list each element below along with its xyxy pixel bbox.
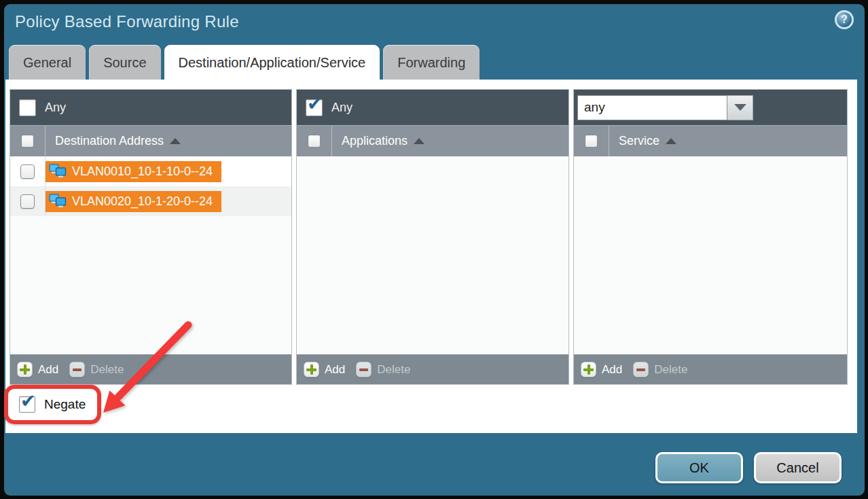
network-address-icon xyxy=(49,164,67,179)
select-all-cell xyxy=(574,126,609,156)
applications-any-label: Any xyxy=(331,101,352,115)
columns-container: ✔ Any Destination Address xyxy=(10,89,848,385)
row-content: VLAN0020_10-1-20-0--24 xyxy=(46,186,291,216)
policy-based-forwarding-dialog: Policy Based Forwarding Rule ? General S… xyxy=(4,4,865,496)
applications-select-all-checkbox[interactable] xyxy=(308,135,321,148)
delete-icon xyxy=(356,362,372,377)
destination-any-label: Any xyxy=(45,101,66,115)
row-content: VLAN0010_10-1-10-0--24 xyxy=(46,156,291,186)
address-object-name: VLAN0020_10-1-20-0--24 xyxy=(72,194,213,209)
delete-icon xyxy=(633,362,649,377)
delete-label: Delete xyxy=(654,363,687,377)
row-checkbox[interactable] xyxy=(20,165,35,179)
destination-delete-button[interactable]: Delete xyxy=(69,362,124,377)
applications-header-label: Applications xyxy=(342,134,408,148)
tab-content-panel: ✔ Any Destination Address xyxy=(5,80,857,433)
add-label: Add xyxy=(325,363,345,377)
destination-address-column-header[interactable]: Destination Address xyxy=(46,134,181,148)
sort-ascending-icon xyxy=(170,138,181,144)
select-all-cell xyxy=(297,126,332,156)
negate-option: ✔ Negate xyxy=(19,396,86,413)
tab-general[interactable]: General xyxy=(9,45,86,80)
tab-bar: General Source Destination/Application/S… xyxy=(9,45,480,80)
add-icon xyxy=(304,362,319,377)
sort-ascending-icon xyxy=(414,138,424,144)
tab-source[interactable]: Source xyxy=(89,45,160,80)
address-object-chip[interactable]: VLAN0020_10-1-20-0--24 xyxy=(46,191,221,212)
tab-forwarding[interactable]: Forwarding xyxy=(383,45,480,80)
check-icon: ✔ xyxy=(307,94,323,113)
destination-add-button[interactable]: Add xyxy=(17,362,58,377)
service-header-label: Service xyxy=(619,134,659,148)
applications-any-row: ✔ Any xyxy=(297,90,568,125)
applications-column-header[interactable]: Applications xyxy=(332,134,424,148)
applications-list xyxy=(297,156,568,354)
applications-header-row: Applications xyxy=(297,125,568,156)
service-footer: Add Delete xyxy=(574,354,847,384)
negate-label: Negate xyxy=(44,397,86,412)
cancel-button[interactable]: Cancel xyxy=(754,452,842,483)
dialog-title: Policy Based Forwarding Rule xyxy=(15,12,239,31)
add-icon xyxy=(17,362,33,377)
service-delete-button[interactable]: Delete xyxy=(633,362,687,377)
ok-button[interactable]: OK xyxy=(655,452,743,483)
network-address-icon xyxy=(49,194,67,209)
dropdown-button[interactable] xyxy=(727,95,753,120)
service-add-button[interactable]: Add xyxy=(581,362,622,377)
row-checkbox[interactable] xyxy=(20,194,35,209)
service-column-header[interactable]: Service xyxy=(609,134,676,148)
service-header-row: Service xyxy=(574,125,847,156)
destination-row-1[interactable]: VLAN0010_10-1-10-0--24 xyxy=(10,156,291,186)
address-object-chip[interactable]: VLAN0010_10-1-10-0--24 xyxy=(46,161,221,182)
destination-select-all-checkbox[interactable] xyxy=(21,135,34,148)
destination-address-list: VLAN0010_10-1-10-0--24 xyxy=(10,156,291,354)
delete-icon xyxy=(69,362,85,377)
help-icon[interactable]: ? xyxy=(835,10,854,29)
sort-ascending-icon xyxy=(666,138,676,144)
service-dropdown-value: any xyxy=(577,95,727,120)
service-dropdown[interactable]: any xyxy=(577,95,753,120)
row-checkbox-cell xyxy=(10,156,46,186)
applications-any-checkbox[interactable]: ✔ xyxy=(306,99,323,116)
destination-address-header-label: Destination Address xyxy=(55,134,164,148)
add-label: Add xyxy=(38,363,58,377)
destination-address-panel: ✔ Any Destination Address xyxy=(10,89,292,385)
applications-footer: Add Delete xyxy=(297,354,568,384)
delete-label: Delete xyxy=(377,363,410,377)
service-select-all-checkbox[interactable] xyxy=(585,135,598,148)
destination-footer: Add Delete xyxy=(10,354,291,384)
delete-label: Delete xyxy=(90,363,124,377)
service-panel: any Service xyxy=(573,89,848,385)
service-list xyxy=(574,156,847,354)
destination-row-2[interactable]: VLAN0020_10-1-20-0--24 xyxy=(10,186,291,216)
tab-destination-application-service[interactable]: Destination/Application/Service xyxy=(164,45,380,80)
applications-delete-button[interactable]: Delete xyxy=(356,362,410,377)
applications-panel: ✔ Any Applications Add xyxy=(296,89,569,385)
destination-address-header-row: Destination Address xyxy=(10,125,291,156)
row-checkbox-cell xyxy=(10,186,46,216)
select-all-cell xyxy=(10,126,46,156)
add-icon xyxy=(581,362,596,377)
add-label: Add xyxy=(602,363,622,377)
destination-any-checkbox[interactable]: ✔ xyxy=(19,99,36,116)
chevron-down-icon xyxy=(734,104,746,111)
check-icon: ✔ xyxy=(20,392,36,410)
address-object-name: VLAN0010_10-1-10-0--24 xyxy=(72,165,213,179)
destination-any-row: ✔ Any xyxy=(10,90,291,125)
applications-add-button[interactable]: Add xyxy=(304,362,345,377)
service-dropdown-row: any xyxy=(574,90,847,125)
negate-checkbox[interactable]: ✔ xyxy=(19,396,35,413)
